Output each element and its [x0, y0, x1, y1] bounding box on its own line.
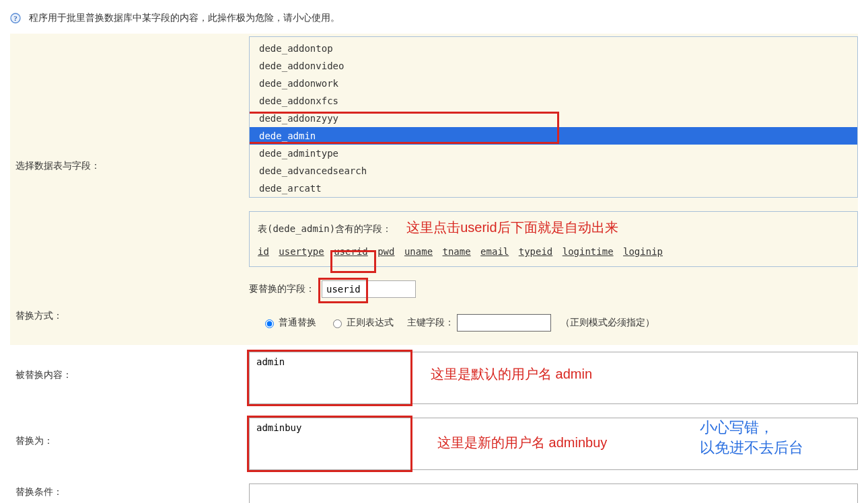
radio-normal[interactable] [265, 319, 274, 328]
pk-input[interactable] [457, 314, 551, 332]
annotation-target-red: 这里是新的用户名 adminbuy [437, 434, 607, 452]
replace-field-input[interactable] [322, 280, 416, 298]
field-link[interactable]: typeid [519, 246, 553, 257]
field-link[interactable]: email [480, 246, 509, 257]
field-link[interactable]: loginip [623, 246, 663, 257]
listbox-item[interactable]: dede_addonxfcs [250, 92, 857, 110]
radio-normal-label: 普通替换 [279, 317, 316, 329]
annotation-click-userid: 这里点击userid后下面就是自动出来 [406, 219, 618, 237]
label-target-content: 替换为： [10, 411, 249, 471]
field-link[interactable]: pwd [377, 246, 394, 257]
field-links-row: id usertype userid pwd uname tname email… [258, 246, 849, 257]
field-link[interactable]: usertype [279, 246, 324, 257]
listbox-item[interactable]: dede_admin [250, 127, 857, 145]
label-pk: 主键字段： [407, 317, 454, 329]
pk-hint: （正则模式必须指定） [560, 317, 655, 329]
listbox-item[interactable]: dede_advancedsearch [250, 162, 857, 180]
label-replace-mode: 替换方式： [10, 301, 259, 332]
listbox-item[interactable]: dede_arcatt [250, 180, 857, 197]
condition-textarea[interactable] [249, 483, 858, 503]
warning-text: 程序用于批里普换数据库中某字段的内容，此操作极为危险，请小心使用。 [29, 12, 340, 24]
listbox-item[interactable]: dede_arccache [250, 197, 857, 198]
label-source-content: 被替换内容： [10, 345, 249, 405]
radio-regex-label: 正则表达式 [347, 317, 394, 329]
table-listbox[interactable]: dede_addontopdede_addonvideodede_addonwo… [249, 36, 858, 198]
field-link[interactable]: tname [443, 246, 471, 257]
label-select-table: 选择数据表与字段： [10, 34, 249, 182]
svg-text:?: ? [13, 14, 17, 22]
field-link[interactable]: uname [404, 246, 433, 257]
field-panel: 表(dede_admin)含有的字段： 这里点击userid后下面就是自动出来 … [249, 211, 858, 267]
label-replace-field: 要替换的字段： [249, 283, 315, 295]
label-replace-condition: 替换条件： [10, 477, 249, 503]
field-link[interactable]: id [258, 246, 269, 257]
listbox-item[interactable]: dede_addonwork [250, 75, 857, 92]
help-icon: ? [10, 13, 21, 24]
listbox-item[interactable]: dede_addonzyyy [250, 110, 857, 127]
field-panel-title: 表(dede_admin)含有的字段： [258, 223, 392, 235]
listbox-item[interactable]: dede_addonvideo [250, 57, 857, 75]
listbox-item[interactable]: dede_addontop [250, 40, 857, 57]
annotation-target-blue: 小心写错，以免进不去后台 [700, 418, 803, 458]
field-link[interactable]: userid [334, 246, 368, 257]
field-link[interactable]: logintime [563, 246, 614, 257]
radio-regex[interactable] [333, 319, 342, 328]
annotation-source: 这里是默认的用户名 admin [431, 365, 592, 383]
listbox-item[interactable]: dede_admintype [250, 145, 857, 162]
